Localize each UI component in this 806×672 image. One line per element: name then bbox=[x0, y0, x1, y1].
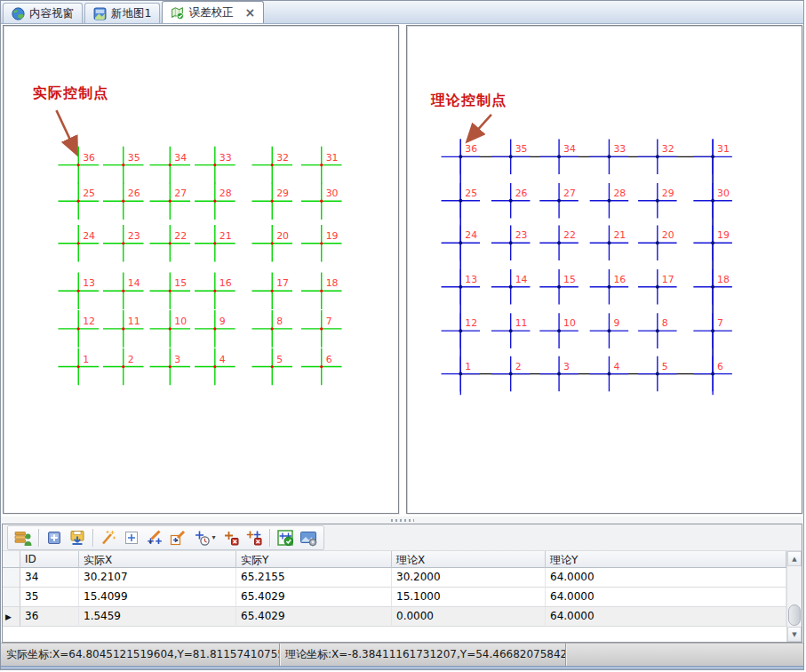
svg-text:16: 16 bbox=[219, 277, 232, 289]
column-header-actual-x[interactable]: 实际X bbox=[79, 551, 236, 568]
svg-text:36: 36 bbox=[465, 143, 477, 155]
grid-boundary bbox=[460, 156, 713, 373]
scroll-up-icon[interactable]: ▲ bbox=[787, 551, 802, 566]
correction-settings-button[interactable] bbox=[297, 527, 320, 548]
svg-text:19: 19 bbox=[717, 229, 730, 241]
table-row[interactable]: 3430.210765.215530.200064.0000 bbox=[3, 568, 786, 588]
map-views: 3635343332312526272829302423222120191314… bbox=[1, 24, 803, 516]
status-bar: 实际坐标:X=64.8045121519604,Y=81.81157410755… bbox=[1, 643, 803, 666]
svg-text:7: 7 bbox=[717, 317, 723, 329]
table-vertical-scrollbar[interactable]: ▲ ▼ bbox=[786, 551, 802, 642]
image-settings-icon bbox=[299, 529, 317, 547]
status-filler bbox=[566, 644, 803, 666]
scrollbar-thumb[interactable] bbox=[788, 604, 801, 626]
svg-text:21: 21 bbox=[219, 230, 232, 242]
svg-text:34: 34 bbox=[174, 152, 187, 164]
cell-actual-x[interactable]: 30.2107 bbox=[79, 568, 236, 588]
delete-control-point-button[interactable] bbox=[219, 527, 243, 548]
cell-actual-x[interactable]: 1.5459 bbox=[79, 607, 236, 627]
svg-text:2: 2 bbox=[515, 361, 522, 372]
add-point-icon bbox=[123, 529, 140, 547]
cell-id[interactable]: 35 bbox=[20, 588, 79, 607]
column-header-theory-x[interactable]: 理论X bbox=[392, 551, 546, 568]
scroll-down-icon[interactable]: ▼ bbox=[787, 627, 802, 642]
layers-person-icon bbox=[14, 529, 32, 547]
annotation-arrow bbox=[56, 110, 76, 154]
svg-text:24: 24 bbox=[465, 229, 477, 241]
actual-points-annotation: 实际控制点 bbox=[33, 84, 108, 103]
svg-text:26: 26 bbox=[515, 188, 528, 199]
svg-text:30: 30 bbox=[326, 188, 339, 199]
cell-actual-y[interactable]: 65.4029 bbox=[236, 588, 392, 607]
svg-text:31: 31 bbox=[326, 152, 339, 164]
svg-text:22: 22 bbox=[563, 229, 576, 241]
svg-text:18: 18 bbox=[717, 274, 730, 285]
column-header-theory-y[interactable]: 理论Y bbox=[546, 551, 786, 568]
svg-text:21: 21 bbox=[613, 229, 626, 241]
document-tabbar: 内容视窗 新地图1 误差校正 × bbox=[1, 1, 803, 24]
delete-all-points-button[interactable] bbox=[243, 527, 266, 548]
edge-grid-lines bbox=[460, 140, 713, 396]
cell-theory-y[interactable]: 64.0000 bbox=[546, 568, 786, 588]
svg-text:9: 9 bbox=[613, 317, 619, 329]
column-header-id[interactable]: ID bbox=[20, 551, 79, 568]
svg-text:9: 9 bbox=[219, 316, 226, 327]
column-header-actual-y[interactable]: 实际Y bbox=[236, 551, 392, 568]
svg-text:3: 3 bbox=[563, 361, 570, 372]
table-row[interactable]: ▶361.545965.40290.000064.0000 bbox=[3, 607, 786, 627]
tab-new-map-1[interactable]: 新地图1 bbox=[84, 3, 160, 23]
svg-text:14: 14 bbox=[515, 274, 528, 285]
close-icon[interactable]: × bbox=[244, 6, 255, 19]
tab-label: 新地图1 bbox=[111, 6, 151, 21]
auto-collect-points-button[interactable] bbox=[97, 527, 120, 548]
modify-control-point-button[interactable] bbox=[166, 527, 189, 548]
control-points: 3635343332312526272829302423222120191314… bbox=[442, 140, 732, 392]
svg-text:32: 32 bbox=[662, 143, 674, 155]
tab-label: 误差校正 bbox=[188, 5, 233, 20]
theory-coords-status: 理论坐标:X=-8.38411161731207,Y=54.4668207584… bbox=[280, 644, 566, 666]
edit-control-points-button[interactable] bbox=[143, 527, 166, 548]
svg-text:4: 4 bbox=[219, 354, 226, 365]
cell-id[interactable]: 36 bbox=[20, 607, 79, 627]
import-points-button[interactable] bbox=[43, 527, 66, 548]
delete-point-icon bbox=[222, 529, 240, 547]
svg-text:13: 13 bbox=[83, 277, 95, 289]
point-history-button[interactable]: ▾ bbox=[189, 527, 219, 548]
horizontal-splitter[interactable] bbox=[1, 516, 803, 524]
error-correction-window: 内容视窗 新地图1 误差校正 × 36353433323125262728293… bbox=[0, 0, 804, 670]
svg-text:6: 6 bbox=[717, 361, 723, 372]
svg-text:6: 6 bbox=[326, 354, 332, 365]
cell-theory-y[interactable]: 64.0000 bbox=[546, 607, 786, 627]
cell-theory-x[interactable]: 0.0000 bbox=[392, 607, 546, 627]
svg-text:15: 15 bbox=[174, 277, 187, 289]
svg-text:17: 17 bbox=[276, 277, 289, 289]
apply-correction-icon bbox=[276, 529, 294, 547]
svg-text:31: 31 bbox=[717, 143, 730, 155]
add-control-point-button[interactable] bbox=[120, 527, 143, 548]
cell-actual-y[interactable]: 65.4029 bbox=[236, 607, 392, 627]
svg-text:30: 30 bbox=[717, 188, 730, 199]
cell-id[interactable]: 34 bbox=[20, 568, 79, 588]
svg-text:1: 1 bbox=[465, 361, 471, 372]
select-correction-layer-button[interactable] bbox=[12, 527, 35, 548]
dropdown-arrow-icon[interactable]: ▾ bbox=[211, 533, 215, 541]
svg-text:7: 7 bbox=[326, 316, 332, 327]
cell-theory-x[interactable]: 15.1000 bbox=[392, 588, 546, 607]
row-header-cell: ▶ bbox=[3, 607, 20, 627]
toolbar-separator bbox=[92, 529, 93, 547]
apply-correction-button[interactable] bbox=[274, 527, 297, 548]
cell-actual-y[interactable]: 65.2155 bbox=[236, 568, 392, 588]
cell-theory-x[interactable]: 30.2000 bbox=[392, 568, 546, 588]
save-points-button[interactable] bbox=[66, 527, 89, 548]
tab-error-correction[interactable]: 误差校正 × bbox=[162, 1, 264, 23]
modify-point-icon bbox=[169, 529, 187, 547]
svg-text:11: 11 bbox=[128, 316, 140, 327]
svg-text:27: 27 bbox=[174, 188, 187, 199]
table-row[interactable]: 3515.409965.402915.100064.0000 bbox=[3, 588, 786, 607]
control-points: 3635343332312526272829302423222120191314… bbox=[58, 147, 341, 386]
svg-text:4: 4 bbox=[613, 361, 619, 372]
tab-content-view[interactable]: 内容视窗 bbox=[3, 3, 83, 23]
svg-text:11: 11 bbox=[515, 317, 528, 329]
cell-actual-x[interactable]: 15.4099 bbox=[79, 588, 236, 607]
cell-theory-y[interactable]: 64.0000 bbox=[546, 588, 786, 607]
